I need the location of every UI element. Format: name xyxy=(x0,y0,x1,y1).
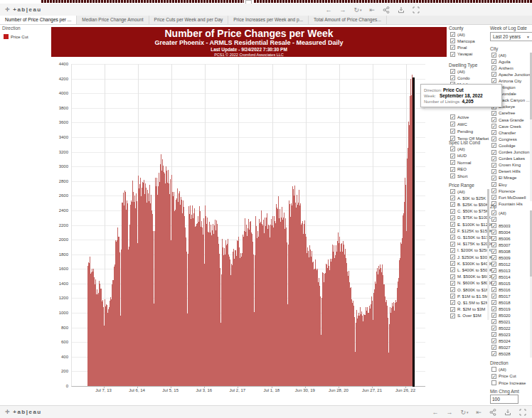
filter-checkbox-price_range-10[interactable]: ✓J. $250K to $300K xyxy=(450,254,492,259)
filter-checkbox-spec_list_cond-1[interactable]: ✓HUD xyxy=(450,154,467,159)
checked-checkbox-icon[interactable]: ✓ xyxy=(450,146,455,151)
checked-checkbox-icon[interactable]: ✓ xyxy=(491,163,496,168)
filter-checkbox-county-0[interactable]: ✓(All) xyxy=(450,32,465,37)
filter-checkbox-price_range-1[interactable]: ✓A. $0K to $25K xyxy=(450,195,486,200)
filter-checkbox-price_range-19[interactable]: ✓S. Over $3M xyxy=(450,314,482,318)
filter-checkbox-city-3[interactable]: ✓Apache Junction xyxy=(491,72,530,77)
checked-checkbox-icon[interactable]: ✓ xyxy=(491,338,496,343)
checked-checkbox-icon[interactable]: ✓ xyxy=(491,111,496,116)
min-chng-amt-input[interactable] xyxy=(490,395,518,404)
filter-checkbox-zip-2[interactable]: ✓85003 xyxy=(491,223,511,228)
checked-checkbox-icon[interactable]: ✓ xyxy=(491,236,496,241)
filter-checkbox-city-0[interactable]: ✓(All) xyxy=(491,53,506,58)
week-of-log-date-dropdown[interactable]: Last 20 years▼ xyxy=(490,32,532,41)
filter-checkbox-zip-14[interactable]: ✓85018 xyxy=(491,300,511,305)
filter-checkbox-city-2[interactable]: ✓Anthem xyxy=(491,65,514,70)
checked-checkbox-icon[interactable]: ✓ xyxy=(450,69,455,74)
checked-checkbox-icon[interactable]: ✓ xyxy=(491,345,496,350)
filter-checkbox-city-1[interactable]: ✓Aguila xyxy=(491,59,511,64)
filter-checkbox-city-16[interactable]: ✓Cordes Lakes xyxy=(491,156,525,161)
refresh-icon[interactable]: ↻▾ xyxy=(353,6,361,14)
filter-checkbox-city-17[interactable]: ✓Crown King xyxy=(491,163,521,168)
undo-icon[interactable]: ← xyxy=(325,6,331,14)
checked-checkbox-icon[interactable]: ✓ xyxy=(450,267,455,272)
filter-checkbox-zip-18[interactable]: ✓85022 xyxy=(491,326,511,331)
checked-checkbox-icon[interactable]: ✓ xyxy=(450,75,455,80)
checked-checkbox-icon[interactable]: ✓ xyxy=(491,374,496,379)
checked-checkbox-icon[interactable]: ✓ xyxy=(491,78,496,83)
checked-checkbox-icon[interactable]: ✓ xyxy=(450,195,455,200)
checked-checkbox-icon[interactable]: ✓ xyxy=(491,156,496,161)
checked-checkbox-icon[interactable]: ✓ xyxy=(450,261,455,266)
filter-checkbox-dwelling_type-0[interactable]: ✓(All) xyxy=(450,69,465,74)
checked-checkbox-icon[interactable]: ✓ xyxy=(491,262,496,267)
checked-checkbox-icon[interactable]: ✓ xyxy=(491,351,496,356)
checked-checkbox-icon[interactable]: ✓ xyxy=(491,59,496,64)
filter-checkbox-price_range-9[interactable]: ✓I. $200K to $250K xyxy=(450,248,491,253)
filter-checkbox-zip-5[interactable]: ✓85007 xyxy=(491,242,511,247)
checked-checkbox-icon[interactable]: ✓ xyxy=(491,313,496,318)
filter-checkbox-price_range-3[interactable]: ✓C. $50K to $75K xyxy=(450,209,489,214)
checked-checkbox-icon[interactable]: ✓ xyxy=(491,169,496,174)
filter-checkbox-zip-19[interactable]: ✓85023 xyxy=(491,332,511,337)
filter-checkbox-spec_list_cond-2[interactable]: ✓Normal xyxy=(450,160,471,165)
checked-checkbox-icon[interactable]: ✓ xyxy=(491,242,496,247)
filter-checkbox-city-10[interactable]: ✓Casa Grande xyxy=(491,117,524,122)
checked-checkbox-icon[interactable]: ✓ xyxy=(491,65,496,70)
checked-checkbox-icon[interactable]: ✓ xyxy=(450,254,455,259)
filter-checkbox-zip-12[interactable]: ✓85016 xyxy=(491,287,511,292)
checked-checkbox-icon[interactable]: ✓ xyxy=(450,32,455,37)
filter-checkbox-city-15[interactable]: ✓Cordes Junction xyxy=(491,150,529,155)
checked-checkbox-icon[interactable]: ✓ xyxy=(491,268,496,273)
checked-checkbox-icon[interactable]: ✓ xyxy=(450,300,455,305)
filter-checkbox-county-2[interactable]: ✓Pinal xyxy=(450,45,467,50)
checked-checkbox-icon[interactable]: ✓ xyxy=(450,114,455,119)
checked-checkbox-icon[interactable]: ✓ xyxy=(491,143,496,148)
checked-checkbox-icon[interactable]: ✓ xyxy=(450,209,455,214)
filter-checkbox-spec_list_cond-4[interactable]: ✓Short xyxy=(450,173,467,178)
checked-checkbox-icon[interactable]: ✓ xyxy=(450,281,455,286)
filter-checkbox-spec_list_cond-0[interactable]: ✓(All) xyxy=(450,146,465,151)
checked-checkbox-icon[interactable]: ✓ xyxy=(491,274,496,279)
checked-checkbox-icon[interactable]: ✓ xyxy=(450,129,455,134)
filter-checkbox-city-9[interactable]: ✓Carefree xyxy=(491,111,515,116)
zip-scrollbar-thumb[interactable] xyxy=(530,210,532,277)
checked-checkbox-icon[interactable]: ✓ xyxy=(450,294,455,299)
checked-checkbox-icon[interactable]: ✓ xyxy=(450,274,455,279)
checked-checkbox-icon[interactable]: ✓ xyxy=(450,45,455,50)
checked-checkbox-icon[interactable]: ✓ xyxy=(450,248,455,253)
checked-checkbox-icon[interactable]: ✓ xyxy=(450,122,455,127)
filter-checkbox-city-22[interactable]: ✓Fort McDowell xyxy=(491,195,526,200)
checked-checkbox-icon[interactable]: ✓ xyxy=(491,300,496,305)
checked-checkbox-icon[interactable]: ✓ xyxy=(491,130,496,135)
checked-checkbox-icon[interactable]: ✓ xyxy=(491,306,496,311)
filter-checkbox-city-12[interactable]: ✓Chandler xyxy=(491,130,516,135)
filter-checkbox-city-11[interactable]: ✓Cave Creek xyxy=(491,124,521,129)
filter-checkbox-direction-2[interactable]: Price Increase xyxy=(491,380,526,385)
filter-checkbox-city-14[interactable]: ✓Coolidge xyxy=(491,143,516,148)
checked-checkbox-icon[interactable]: ✓ xyxy=(450,287,455,292)
checked-checkbox-icon[interactable]: ✓ xyxy=(491,124,496,129)
filter-checkbox-price_range-18[interactable]: ✓R. $2M to $3M xyxy=(450,307,485,312)
filter-checkbox-price_range-0[interactable]: ✓(All) xyxy=(450,189,465,194)
reset-icon[interactable]: ⇤ xyxy=(476,409,482,416)
undo-icon[interactable]: ← xyxy=(432,409,438,416)
filter-checkbox-zip-20[interactable]: ✓85024 xyxy=(491,338,511,343)
checked-checkbox-icon[interactable]: ✓ xyxy=(450,314,455,318)
reset-icon[interactable]: ⇤ xyxy=(369,6,375,14)
filter-checkbox-zip-11[interactable]: ✓85015 xyxy=(491,281,511,286)
filter-checkbox-city-20[interactable]: ✓Eloy xyxy=(491,182,507,187)
sheet-tab-3[interactable]: Price Increases per Week and p... xyxy=(228,16,309,24)
checked-checkbox-icon[interactable]: ✓ xyxy=(450,215,455,220)
filter-checkbox-status-1[interactable]: ✓AWC xyxy=(450,122,467,127)
checked-checkbox-icon[interactable]: ✓ xyxy=(450,222,455,227)
filter-checkbox-zip-15[interactable]: ✓85019 xyxy=(491,306,511,311)
filter-checkbox-zip-9[interactable]: ✓85013 xyxy=(491,268,511,273)
bar-selected[interactable] xyxy=(413,78,415,386)
fullscreen-icon[interactable] xyxy=(519,409,526,416)
filter-checkbox-price_range-16[interactable]: ✓P. $1M to $1.5M xyxy=(450,294,488,299)
price-changes-chart[interactable] xyxy=(71,64,425,387)
checked-checkbox-icon[interactable]: ✓ xyxy=(450,167,455,172)
checked-checkbox-icon[interactable]: ✓ xyxy=(491,287,496,292)
filter-checkbox-price_range-4[interactable]: ✓D. $75K to $100K xyxy=(450,215,491,220)
